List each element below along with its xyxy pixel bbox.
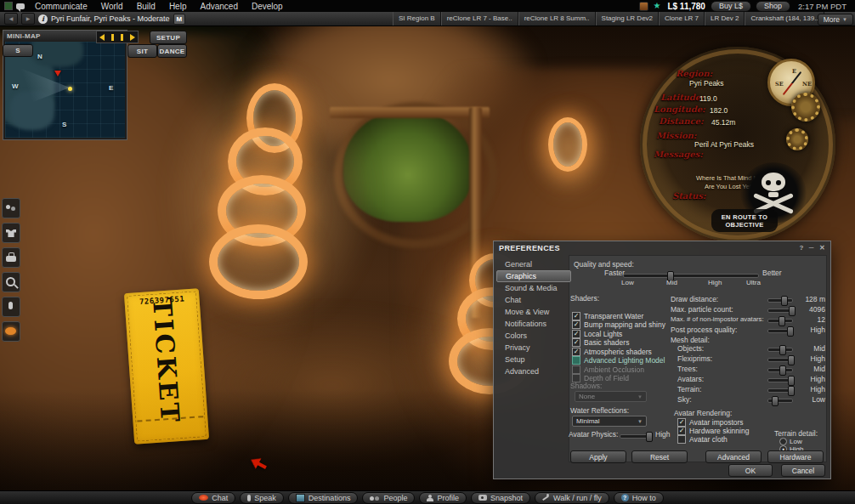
checkbox-hardware-skinning[interactable]: ✓Hardware skinning — [677, 427, 749, 435]
outfit-button[interactable] — [2, 223, 20, 243]
radio-terrain-low[interactable]: Low — [779, 438, 802, 445]
mesh-objects-slider[interactable] — [767, 348, 793, 352]
menu-advanced[interactable]: Advanced — [193, 2, 244, 11]
checkbox-bump-mapping[interactable]: ✓Bump mapping and shiny — [572, 320, 665, 329]
sit-button[interactable]: SIT — [127, 44, 157, 58]
menu-world[interactable]: World — [94, 2, 130, 11]
scroll-left-icon[interactable] — [99, 34, 105, 41]
shop-button[interactable]: Shop — [756, 1, 790, 12]
scroller-bar — [121, 34, 123, 41]
checkbox-advanced-lighting-model[interactable]: Advanced Lighting Model — [572, 356, 665, 365]
search-button[interactable] — [2, 272, 20, 292]
session-tab[interactable]: Crankshaft (184, 139.. — [745, 12, 824, 25]
movement-button[interactable]: Walk / run / fly — [535, 492, 609, 504]
checkbox-transparent-water[interactable]: ✓Transparent Water — [572, 312, 643, 320]
mesh-trees-slider[interactable] — [767, 368, 793, 372]
snapshot-button[interactable]: Snapshot — [471, 492, 530, 504]
non-impostor-avatars-slider[interactable] — [767, 319, 793, 323]
slider-thumb[interactable] — [779, 345, 786, 355]
checkbox-ambient-occlusion[interactable]: Ambient Occlusion — [572, 365, 644, 374]
cancel-button[interactable]: Cancel — [781, 464, 825, 477]
post-process-slider[interactable] — [767, 329, 793, 333]
chat-button[interactable]: Chat — [191, 492, 235, 504]
destinations-button[interactable]: Destinations — [288, 492, 359, 504]
mesh-flexiprims-slider[interactable] — [767, 358, 793, 362]
more-tabs-button[interactable]: More ▼ — [818, 14, 853, 25]
reset-button[interactable]: Reset — [631, 450, 688, 463]
setup-button[interactable]: SETUP — [150, 31, 187, 44]
currency-balance[interactable]: L$ 11,780 — [667, 2, 705, 11]
tab-sound-media[interactable]: Sound & Media — [496, 282, 569, 294]
gear-icon — [786, 128, 808, 150]
checkbox-avatar-impostors[interactable]: ✓Avatar impostors — [677, 418, 744, 427]
slider-thumb[interactable] — [772, 396, 779, 406]
tab-privacy[interactable]: Privacy — [496, 342, 569, 354]
tab-graphics[interactable]: Graphics — [496, 270, 571, 282]
menu-develop[interactable]: Develop — [245, 2, 290, 11]
buy-currency-button[interactable]: Buy L$ — [711, 1, 751, 12]
session-tab[interactable]: SI Region B — [393, 12, 441, 25]
world-viewport[interactable]: MINI-MAP ? ─ ✕ N W E S — [0, 25, 855, 491]
scroll-right-icon[interactable] — [130, 34, 135, 41]
ok-button[interactable]: OK — [728, 464, 773, 477]
session-tab[interactable]: LR Dev 2 — [705, 12, 745, 25]
tab-move-view[interactable]: Move & View — [496, 306, 569, 318]
checkbox-avatar-cloth[interactable]: Avatar cloth — [677, 435, 728, 444]
session-tab[interactable]: reClone LR 8 Summ.. — [518, 12, 596, 25]
draw-distance-slider[interactable] — [767, 298, 793, 303]
stand-button[interactable]: S — [3, 44, 33, 57]
checkbox-local-lights[interactable]: ✓Local Lights — [572, 330, 622, 338]
inventory-button[interactable] — [2, 247, 20, 268]
mesh-terrain-slider[interactable] — [767, 388, 793, 393]
profile-button[interactable]: Profile — [419, 492, 467, 504]
help-icon[interactable]: ? — [800, 241, 804, 254]
session-tab[interactable]: reClone LR 7 - Base.. — [441, 12, 518, 25]
menu-help[interactable]: Help — [162, 2, 194, 11]
apply-button[interactable]: Apply — [570, 450, 626, 463]
dance-button[interactable]: DANCE — [157, 44, 187, 58]
tab-notifications[interactable]: Notifications — [496, 318, 569, 330]
shadows-dropdown[interactable]: None ▼ — [575, 391, 647, 402]
session-tab[interactable]: Staging LR Dev2 — [596, 12, 659, 25]
tab-setup[interactable]: Setup — [496, 354, 569, 365]
slider-thumb[interactable] — [779, 316, 785, 326]
avatar-physics-slider[interactable] — [620, 434, 652, 439]
slider-thumb[interactable] — [646, 432, 653, 442]
speak-button[interactable]: Speak — [240, 492, 284, 504]
location-breadcrumb[interactable]: Pyri Funfair, Pyri Peaks - Moderate — [51, 14, 170, 23]
session-tab[interactable]: Clone LR 7 — [659, 12, 705, 25]
quality-slider[interactable] — [623, 274, 759, 278]
mesh-trees-label: Trees: — [677, 365, 698, 373]
parcel-info-icon[interactable]: i — [38, 14, 48, 24]
voice-button[interactable] — [2, 297, 20, 317]
minimize-icon[interactable]: ─ — [809, 241, 814, 254]
forward-button[interactable]: ▶ — [21, 13, 35, 25]
water-reflections-dropdown[interactable]: Minimal ▼ — [572, 416, 647, 427]
checkbox-box — [572, 365, 580, 374]
how-to-button[interactable]: ?How to — [614, 492, 664, 504]
tab-colors[interactable]: Colors — [496, 330, 569, 342]
tab-advanced[interactable]: Advanced — [496, 365, 569, 377]
mesh-sky-slider[interactable] — [767, 399, 793, 403]
hardware-button[interactable]: Hardware — [767, 450, 824, 463]
close-icon[interactable]: ✕ — [819, 241, 825, 254]
checkbox-atmospheric-shaders[interactable]: ✓Atmospheric shaders — [572, 348, 652, 356]
session-tab-strip: SI Region B reClone LR 7 - Base.. reClon… — [393, 12, 826, 25]
back-button[interactable]: ◀ — [4, 13, 18, 25]
checkbox-basic-shaders[interactable]: ✓Basic shaders — [572, 338, 629, 347]
advanced-button[interactable]: Advanced — [705, 450, 762, 463]
menu-build[interactable]: Build — [130, 2, 162, 11]
people-button[interactable]: People — [362, 492, 415, 504]
chat-toggle-button[interactable] — [2, 321, 20, 342]
particle-count-slider[interactable] — [767, 309, 793, 313]
radio-circle — [779, 438, 787, 445]
tab-general[interactable]: General — [496, 258, 569, 270]
tab-chat[interactable]: Chat — [496, 294, 569, 306]
slider-thumb[interactable] — [779, 365, 786, 376]
people-button[interactable] — [2, 198, 20, 218]
menu-communicate[interactable]: Communicate — [28, 2, 94, 11]
preferences-title-bar[interactable]: PREFERENCES ? ─ ✕ — [494, 241, 830, 254]
mesh-avatars-slider[interactable] — [767, 378, 793, 382]
slider-thumb[interactable] — [781, 296, 788, 306]
mesh-detail-label: Mesh detail: — [671, 336, 710, 344]
